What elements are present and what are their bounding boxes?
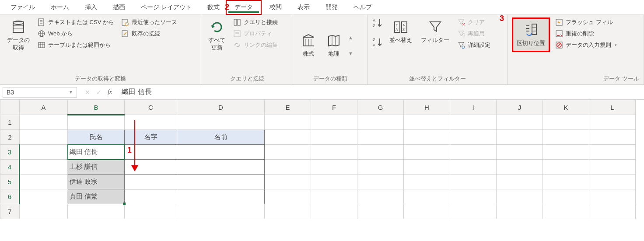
chevron-up-icon[interactable]: ▲ (348, 35, 353, 40)
cell[interactable] (450, 160, 497, 175)
cell[interactable] (177, 115, 265, 130)
cell[interactable] (404, 115, 450, 130)
refresh-all-button[interactable]: すべて 更新 (206, 17, 228, 53)
cell-D6[interactable] (177, 189, 265, 204)
col-header-A[interactable]: A (20, 100, 68, 115)
cell[interactable] (357, 189, 404, 204)
properties-button[interactable]: プロパティ (231, 29, 280, 38)
cell[interactable] (589, 160, 636, 175)
cell[interactable] (497, 130, 543, 145)
text-to-columns-button[interactable]: 区切り位置 (512, 17, 550, 52)
chevron-down-icon[interactable]: ▼ (69, 90, 73, 94)
cell[interactable] (589, 175, 636, 189)
remove-duplicates-button[interactable]: 重複の削除 (553, 29, 619, 38)
col-header-L[interactable]: L (589, 100, 636, 115)
cell[interactable] (589, 130, 636, 145)
cell[interactable] (497, 115, 543, 130)
reapply-button[interactable]: 再適用 (455, 29, 492, 38)
cell[interactable] (177, 204, 265, 219)
cell[interactable] (543, 175, 589, 189)
cell[interactable] (20, 130, 68, 145)
cell-B5[interactable]: 伊達 政宗 (68, 175, 125, 189)
col-header-D[interactable]: D (177, 100, 265, 115)
cell[interactable] (404, 145, 450, 160)
cell[interactable] (450, 130, 497, 145)
formula-input[interactable]: 織田 信長 (117, 86, 644, 98)
cell[interactable] (450, 204, 497, 219)
col-header-B[interactable]: B (68, 100, 125, 115)
cell[interactable] (265, 189, 311, 204)
row-header-3[interactable]: 3 (0, 145, 20, 160)
cell[interactable] (357, 175, 404, 189)
cell[interactable] (20, 115, 68, 130)
row-header-1[interactable]: 1 (0, 115, 20, 130)
cell-B4[interactable]: 上杉 謙信 (68, 160, 125, 175)
cell[interactable] (311, 145, 357, 160)
cell[interactable] (404, 130, 450, 145)
cell[interactable] (497, 160, 543, 175)
select-all-corner[interactable] (0, 100, 20, 115)
cell[interactable] (404, 189, 450, 204)
cell-B2[interactable]: 氏名 (68, 130, 125, 145)
menu-draw[interactable]: 描画 (105, 1, 133, 14)
cell[interactable] (20, 175, 68, 189)
cell[interactable] (450, 145, 497, 160)
cell[interactable] (311, 115, 357, 130)
cell[interactable] (357, 204, 404, 219)
stocks-button[interactable]: 株式 (298, 31, 319, 59)
cell[interactable] (265, 130, 311, 145)
fx-icon[interactable]: fx (108, 89, 112, 96)
sort-desc-button[interactable]: ZA (372, 37, 383, 48)
cell[interactable] (311, 130, 357, 145)
cell[interactable] (404, 204, 450, 219)
cell[interactable] (543, 130, 589, 145)
cell[interactable] (497, 175, 543, 189)
cell-C6[interactable] (125, 189, 177, 204)
cell[interactable] (357, 160, 404, 175)
row-header-6[interactable]: 6 (0, 189, 20, 204)
queries-connections-button[interactable]: クエリと接続 (231, 17, 280, 27)
row-header-7[interactable]: 7 (0, 204, 20, 219)
cell[interactable] (265, 175, 311, 189)
cell[interactable] (68, 115, 125, 130)
cell[interactable] (311, 189, 357, 204)
cell-C5[interactable] (125, 175, 177, 189)
cell[interactable] (125, 204, 177, 219)
cancel-icon[interactable]: ✕ (85, 89, 90, 96)
cell[interactable] (311, 160, 357, 175)
sort-asc-button[interactable]: AZ (372, 17, 383, 29)
col-header-H[interactable]: H (404, 100, 450, 115)
cell[interactable] (543, 160, 589, 175)
enter-icon[interactable]: ✓ (96, 89, 102, 96)
recent-sources-button[interactable]: 最近使ったソース (119, 17, 179, 27)
data-validation-button[interactable]: データの入力規則 ▾ (553, 40, 619, 50)
row-header-5[interactable]: 5 (0, 175, 20, 189)
col-header-F[interactable]: F (311, 100, 357, 115)
cell-D3[interactable] (177, 145, 265, 160)
row-header-4[interactable]: 4 (0, 160, 20, 175)
name-box[interactable]: B3 ▼ (3, 87, 77, 98)
filter-button[interactable]: フィルター (418, 17, 452, 46)
flash-fill-button[interactable]: フラッシュ フィル (553, 17, 619, 27)
cell[interactable] (589, 145, 636, 160)
cell[interactable] (311, 204, 357, 219)
get-data-button[interactable]: データの 取得 (4, 17, 32, 53)
cell[interactable] (357, 130, 404, 145)
cell-C2[interactable]: 名字 (125, 130, 177, 145)
cell-D5[interactable] (177, 175, 265, 189)
col-header-I[interactable]: I (450, 100, 497, 115)
cell-D4[interactable] (177, 160, 265, 175)
chevron-down-icon[interactable]: ▼ (348, 51, 353, 56)
col-header-E[interactable]: E (265, 100, 311, 115)
col-header-J[interactable]: J (497, 100, 543, 115)
cell[interactable] (357, 115, 404, 130)
menu-review[interactable]: 校閲 (262, 1, 290, 14)
cell[interactable] (497, 189, 543, 204)
clear-filter-button[interactable]: クリア (455, 17, 492, 27)
cell[interactable] (20, 160, 68, 175)
cell[interactable] (497, 204, 543, 219)
cell[interactable] (311, 175, 357, 189)
cell[interactable] (543, 145, 589, 160)
from-text-csv-button[interactable]: テキストまたは CSV から (36, 17, 116, 27)
cell[interactable] (357, 145, 404, 160)
